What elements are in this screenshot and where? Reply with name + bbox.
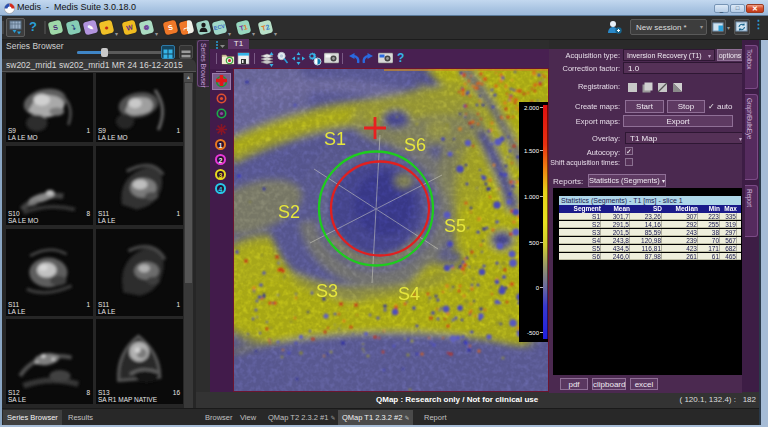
- svg-text:S2: S2: [278, 202, 300, 222]
- svg-text:S6: S6: [404, 135, 426, 155]
- svg-text:S5: S5: [444, 216, 466, 236]
- svg-text:S3: S3: [316, 281, 338, 301]
- svg-text:S4: S4: [398, 284, 420, 304]
- svg-text:1.000: 1.000: [524, 194, 540, 200]
- svg-text:500: 500: [529, 240, 540, 246]
- svg-text:-500: -500: [527, 330, 540, 336]
- svg-text:S1: S1: [324, 129, 346, 149]
